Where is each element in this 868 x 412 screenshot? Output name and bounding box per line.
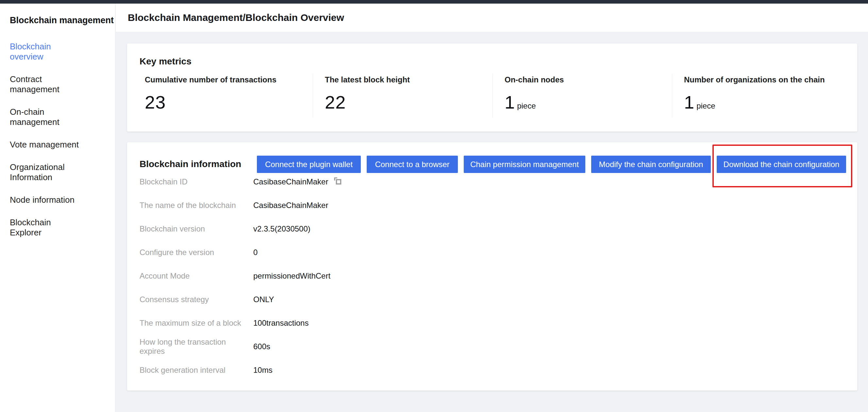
blockchain-info-title: Blockchain information (140, 158, 241, 170)
sidebar-item-blockchain-explorer[interactable]: Blockchain Explorer (10, 217, 92, 238)
metric-value: 22 (325, 92, 493, 112)
sidebar-nav: Blockchain overview Contract management … (10, 41, 115, 238)
sidebar-item-node-information[interactable]: Node information (10, 195, 92, 205)
metric-value: 1piece (684, 92, 857, 112)
info-row-consensus-strategy: Consensus strategy ONLY (140, 288, 845, 311)
info-label: Block generation interval (140, 365, 253, 375)
info-value: 600s (253, 342, 270, 351)
copy-icon[interactable] (333, 176, 342, 188)
info-label: Consensus strategy (140, 295, 253, 304)
info-label: Account Mode (140, 271, 253, 281)
blockchain-info-rows: Blockchain ID CasibaseChainMaker The nam… (140, 170, 845, 382)
info-row-account-mode: Account Mode permissionedWithCert (140, 264, 845, 288)
info-value: 0 (253, 248, 257, 257)
sidebar-item-blockchain-overview[interactable]: Blockchain overview (10, 41, 92, 62)
sidebar: Blockchain management Blockchain overvie… (0, 0, 115, 412)
info-label: The maximum size of a block (140, 319, 253, 328)
info-row-max-block-size: The maximum size of a block 100transacti… (140, 311, 845, 335)
info-label: How long the transaction expires (140, 337, 253, 356)
info-row-blockchain-version: Blockchain version v2.3.5(2030500) (140, 217, 845, 241)
info-value: 100transactions (253, 319, 309, 328)
metric-on-chain-nodes: On-chain nodes 1piece (493, 73, 672, 118)
info-label: Blockchain ID (140, 177, 253, 186)
key-metrics-title: Key metrics (140, 56, 191, 67)
metrics-row: Cumulative number of transactions 23 The… (127, 73, 857, 118)
metric-label: Cumulative number of transactions (145, 75, 313, 85)
blockchain-info-card: Blockchain information Connect the plugi… (127, 142, 857, 390)
content-area: Key metrics Cumulative number of transac… (116, 32, 868, 390)
info-value: CasibaseChainMaker (253, 201, 328, 210)
info-label: The name of the blockchain (140, 201, 253, 210)
metric-value: 23 (145, 92, 313, 112)
info-value: CasibaseChainMaker (253, 176, 342, 188)
breadcrumb: Blockchain Management/Blockchain Overvie… (128, 12, 344, 23)
info-row-configure-version: Configure the version 0 (140, 241, 845, 264)
sidebar-title: Blockchain management (10, 15, 115, 26)
info-row-blockchain-name: The name of the blockchain CasibaseChain… (140, 194, 845, 217)
metric-label: The latest block height (325, 75, 493, 85)
info-row-transaction-expiry: How long the transaction expires 600s (140, 335, 845, 358)
main-content: Blockchain Management/Blockchain Overvie… (116, 4, 868, 412)
key-metrics-card: Key metrics Cumulative number of transac… (127, 43, 857, 131)
info-label: Blockchain version (140, 224, 253, 233)
page-header: Blockchain Management/Blockchain Overvie… (116, 4, 868, 32)
info-row-blockchain-id: Blockchain ID CasibaseChainMaker (140, 170, 845, 194)
info-value: 10ms (253, 365, 273, 375)
info-value: v2.3.5(2030500) (253, 224, 310, 233)
info-label: Configure the version (140, 248, 253, 257)
sidebar-item-vote-management[interactable]: Vote management (10, 140, 92, 150)
metric-label: On-chain nodes (504, 75, 672, 85)
metric-value: 1piece (504, 92, 672, 112)
sidebar-item-on-chain-management[interactable]: On-chain management (10, 107, 92, 127)
info-row-block-generation-interval: Block generation interval 10ms (140, 358, 845, 382)
metric-latest-block-height: The latest block height 22 (313, 73, 493, 118)
metric-cumulative-transactions: Cumulative number of transactions 23 (127, 73, 313, 118)
sidebar-item-contract-management[interactable]: Contract management (10, 74, 92, 94)
sidebar-item-organizational-information[interactable]: Organizational Information (10, 162, 92, 182)
top-bar (0, 0, 868, 4)
metric-label: Number of organizations on the chain (684, 75, 857, 85)
info-value: ONLY (253, 295, 274, 304)
info-value: permissionedWithCert (253, 271, 331, 281)
metric-organizations-on-chain: Number of organizations on the chain 1pi… (672, 73, 857, 118)
